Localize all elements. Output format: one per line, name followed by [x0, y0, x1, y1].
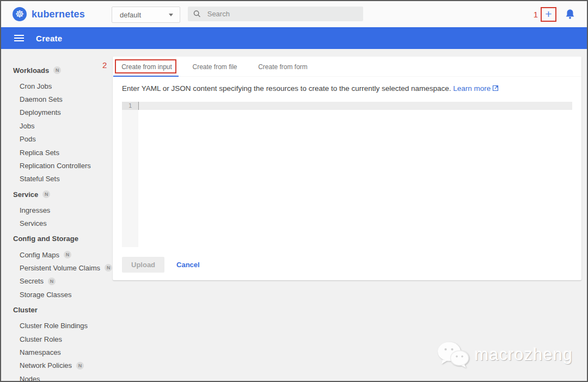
editor-text-area[interactable]	[138, 102, 572, 247]
sidebar-item-jobs[interactable]: Jobs	[1, 119, 113, 132]
item-label: Pods	[20, 135, 36, 143]
sidebar-section-cluster[interactable]: Cluster	[1, 303, 113, 316]
plus-icon: +	[545, 8, 552, 20]
annotation-step-1: 1	[534, 10, 538, 19]
tab-create-from-form[interactable]: Create from form	[249, 57, 317, 77]
sidebar-nav: Workloads N Cron Jobs Daemon Sets Deploy…	[1, 49, 113, 381]
item-label: Nodes	[20, 375, 40, 381]
item-label: Ingresses	[20, 206, 50, 214]
item-label: Jobs	[20, 122, 34, 130]
description-body: Enter YAML or JSON content specifying th…	[122, 84, 451, 93]
search-bar[interactable]	[188, 7, 363, 21]
item-label: Secrets	[20, 277, 44, 285]
new-badge: N	[48, 278, 56, 285]
new-badge: N	[42, 190, 50, 198]
menu-hamburger-icon[interactable]	[14, 33, 24, 43]
wechat-icon	[436, 341, 470, 369]
sidebar-item-cron-jobs[interactable]: Cron Jobs	[1, 79, 113, 93]
item-label: Deployments	[20, 108, 61, 116]
new-badge: N	[76, 362, 84, 369]
external-link-icon	[492, 85, 499, 93]
namespace-selector[interactable]: default	[112, 7, 180, 23]
item-label: Cron Jobs	[20, 82, 52, 90]
tab-label: Create from file	[192, 63, 237, 71]
tab-create-from-input[interactable]: Create from input	[113, 57, 181, 77]
app-bar: Create	[1, 27, 587, 49]
new-badge: N	[64, 251, 71, 258]
sidebar-item-namespaces[interactable]: Namespaces	[1, 346, 113, 359]
description-text: Enter YAML or JSON content specifying th…	[122, 84, 572, 93]
section-label: Service	[13, 190, 38, 199]
tab-label: Create from input	[121, 63, 172, 71]
sidebar-item-persistent-volume-claims[interactable]: Persistent Volume Claims N	[1, 261, 113, 274]
chevron-down-icon	[169, 14, 173, 16]
item-label: Services	[20, 219, 47, 227]
sidebar-item-stateful-sets[interactable]: Stateful Sets	[1, 172, 113, 186]
item-label: Network Policies	[20, 361, 72, 369]
header-actions: 1 +	[534, 1, 575, 27]
form-actions: Upload Cancel	[122, 257, 200, 273]
item-label: Cluster Role Bindings	[20, 322, 88, 330]
sidebar-item-services[interactable]: Services	[1, 217, 113, 230]
line-number: 1	[122, 102, 138, 110]
search-input[interactable]	[207, 10, 358, 18]
top-header: ☸ kubernetes default 1 +	[1, 1, 587, 27]
kubernetes-logo-icon: ☸	[13, 7, 27, 21]
item-label: Replica Sets	[20, 149, 59, 157]
notifications-bell-icon[interactable]	[565, 9, 575, 20]
learn-more-link[interactable]: Learn more	[453, 84, 491, 93]
namespace-selected-value: default	[120, 11, 169, 19]
sidebar-item-replication-controllers[interactable]: Replication Controllers	[1, 159, 113, 172]
search-icon	[193, 10, 201, 18]
tab-bar: Create from input Create from file Creat…	[113, 57, 581, 77]
item-label: Stateful Sets	[20, 175, 60, 183]
sidebar-item-daemon-sets[interactable]: Daemon Sets	[1, 93, 113, 106]
sidebar-item-config-maps[interactable]: Config Maps N	[1, 248, 113, 261]
editor-line-gutter: 1	[122, 102, 138, 247]
section-label: Cluster	[13, 306, 38, 314]
app-window: ☸ kubernetes default 1 +	[0, 0, 588, 382]
sidebar-section-service[interactable]: Service N	[1, 188, 113, 201]
tab-create-from-file[interactable]: Create from file	[181, 57, 249, 77]
section-label: Config and Storage	[13, 235, 78, 243]
watermark: macrozheng	[436, 341, 573, 369]
sidebar-item-cluster-roles[interactable]: Cluster Roles	[1, 332, 113, 346]
yaml-editor[interactable]: 1	[122, 102, 572, 247]
sidebar-item-deployments[interactable]: Deployments	[1, 106, 113, 119]
create-panel: Create from input Create from file Creat…	[113, 57, 581, 280]
item-label: Daemon Sets	[20, 95, 63, 103]
item-label: Cluster Roles	[20, 335, 62, 343]
page-title: Create	[36, 34, 63, 43]
cancel-button[interactable]: Cancel	[176, 261, 200, 269]
editor-active-line[interactable]	[138, 102, 572, 110]
new-badge: N	[53, 66, 61, 74]
item-label: Namespaces	[20, 348, 61, 356]
sidebar-item-replica-sets[interactable]: Replica Sets	[1, 146, 113, 159]
section-label: Workloads	[13, 66, 49, 75]
item-label: Config Maps	[20, 251, 59, 259]
brand: ☸ kubernetes	[13, 7, 85, 21]
item-label: Replication Controllers	[20, 162, 91, 170]
sidebar-item-ingresses[interactable]: Ingresses	[1, 204, 113, 217]
sidebar-section-workloads[interactable]: Workloads N	[1, 64, 113, 77]
annotation-step-2: 2	[102, 60, 107, 70]
item-label: Storage Classes	[20, 291, 71, 299]
sidebar-item-cluster-role-bindings[interactable]: Cluster Role Bindings	[1, 319, 113, 332]
watermark-text: macrozheng	[474, 345, 573, 365]
sidebar-item-secrets[interactable]: Secrets N	[1, 275, 113, 288]
sidebar-item-nodes[interactable]: Nodes	[1, 372, 113, 381]
sidebar-item-network-policies[interactable]: Network Policies N	[1, 359, 113, 372]
sidebar-item-pods[interactable]: Pods	[1, 133, 113, 146]
create-button[interactable]: +	[541, 7, 556, 22]
tab-label: Create from form	[258, 63, 308, 71]
brand-name: kubernetes	[32, 9, 85, 20]
upload-button[interactable]: Upload	[122, 257, 164, 273]
sidebar-item-storage-classes[interactable]: Storage Classes	[1, 288, 113, 301]
sidebar-section-config-storage[interactable]: Config and Storage	[1, 232, 113, 245]
new-badge: N	[105, 264, 112, 272]
item-label: Persistent Volume Claims	[20, 264, 100, 272]
